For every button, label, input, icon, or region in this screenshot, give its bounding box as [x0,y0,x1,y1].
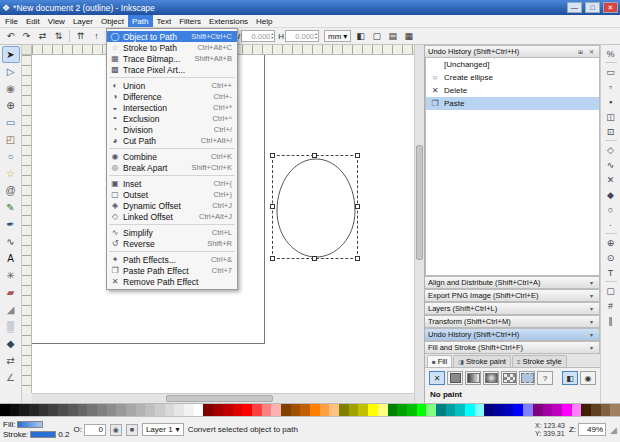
snap-path-intersections-icon[interactable]: ✕ [603,172,619,187]
palette-swatch[interactable] [39,404,49,416]
fill-stroke-panel-header[interactable]: Fill and Stroke (Shift+Ctrl+F) ▾ [425,341,600,354]
snap-text-baseline-icon[interactable]: T [603,265,619,280]
selection-bounding-box[interactable] [272,155,358,259]
palette-swatch[interactable] [349,404,359,416]
palette-swatch[interactable] [29,404,39,416]
palette-swatch[interactable] [397,404,407,416]
units-dropdown[interactable]: mm ▾ [324,30,351,42]
menubar-item[interactable]: Path [128,15,152,27]
affect-stroke-toggle[interactable]: ◧ [353,29,368,43]
palette-swatch[interactable] [572,404,582,416]
palette-swatch[interactable] [329,404,339,416]
bezier-pen-tool[interactable]: ✒ [2,216,20,233]
palette-swatch[interactable] [145,404,155,416]
path-menu-item[interactable]: ◯ Object to Path Shift+Ctrl+C [107,31,237,42]
palette-swatch[interactable] [378,404,388,416]
palette-swatch[interactable] [155,404,165,416]
ellipse-tool[interactable]: ○ [2,148,20,165]
snap-cusp-nodes-icon[interactable]: ◆ [603,187,619,202]
pencil-tool[interactable]: ✎ [2,199,20,216]
menubar-item[interactable]: Object [97,15,128,27]
undo-history-item[interactable]: ○ Create ellipse [426,71,599,84]
swatch-button[interactable] [519,371,535,385]
affect-gradients-toggle[interactable]: ▤ [385,29,400,43]
snap-guides-icon[interactable]: ∥ [603,313,619,328]
palette-swatch[interactable] [446,404,456,416]
path-menu-item[interactable]: ◇ Linked Offset Ctrl+Alt+J [107,211,237,222]
resize-grip-icon[interactable]: ◢ [610,425,617,435]
stroke-swatch[interactable] [30,431,56,438]
palette-swatch[interactable] [310,404,320,416]
menubar-item[interactable]: Edit [22,15,44,27]
palette-swatch[interactable] [291,404,301,416]
close-panel-icon[interactable]: ✕ [587,47,596,56]
tweak-tool[interactable]: ◉ [2,80,20,97]
field-input[interactable]: 0.000 ▴▾ [285,30,319,42]
path-menu-item[interactable]: ↺ Reverse Shift+R [107,238,237,249]
spinner-arrows-icon[interactable]: ▴▾ [315,32,318,40]
palette-swatch[interactable] [533,404,543,416]
zoom-tool[interactable]: ⊕ [2,97,20,114]
dock-panel-header[interactable]: Layers (Shift+Ctrl+L) ▾ [425,302,600,315]
path-menu-item[interactable]: ✕ Remove Path Effect [107,276,237,287]
layer-lock-icon[interactable]: ■ [126,424,138,436]
palette-swatch[interactable] [465,404,475,416]
palette-swatch[interactable] [0,404,10,416]
layer-dropdown[interactable]: Layer 1 ▾ [142,423,184,436]
dock-panel-header[interactable]: Undo History (Shift+Ctrl+H) ▾ [425,328,600,341]
palette-swatch[interactable] [223,404,233,416]
palette-swatch[interactable] [494,404,504,416]
palette-swatch[interactable] [475,404,485,416]
chevron-down-icon[interactable]: ▾ [587,304,596,313]
selection-handle[interactable] [355,204,360,209]
iconify-panel-icon[interactable]: ⊞ [576,47,585,56]
palette-swatch[interactable] [591,404,601,416]
snap-page-border-icon[interactable]: ▢ [603,283,619,298]
selection-handle[interactable] [312,256,317,261]
palette-swatch[interactable] [126,404,136,416]
palette-swatch[interactable] [358,404,368,416]
snap-grids-icon[interactable]: # [603,298,619,313]
palette-swatch[interactable] [174,404,184,416]
path-menu-item[interactable]: ◔ Division Ctrl+/ [107,124,237,135]
close-button[interactable]: ✕ [603,2,618,13]
fill-rule-nonzero-button[interactable]: ◉ [580,371,596,385]
palette-swatch[interactable] [581,404,591,416]
gradient-tool[interactable]: ▒ [2,318,20,335]
fill-rule-evenodd-button[interactable]: ◧ [562,371,578,385]
palette-swatch[interactable] [368,404,378,416]
dock-panel-header[interactable]: Export PNG Image (Shift+Ctrl+E) ▾ [425,289,600,302]
maximize-button[interactable]: □ [585,2,600,13]
zoom-input[interactable]: 49% [578,423,606,436]
no-paint-button[interactable]: ✕ [429,371,445,385]
snap-rotation-centers-icon[interactable]: ⊙ [603,250,619,265]
palette-swatch[interactable] [610,404,620,416]
palette-swatch[interactable] [455,404,465,416]
snap-bbox-icon[interactable]: ▭ [603,64,619,79]
vertical-ruler[interactable] [22,55,32,393]
palette-swatch[interactable] [320,404,330,416]
spiral-tool[interactable]: @ [2,182,20,199]
node-tool[interactable]: ▷ [2,63,20,80]
spinner-arrows-icon[interactable]: ▴▾ [271,32,274,40]
dock-panel-header[interactable]: Align and Distribute (Shift+Ctrl+A) ▾ [425,276,600,289]
undo-history-item[interactable]: ✕ Delete [426,84,599,97]
palette-swatch[interactable] [87,404,97,416]
selection-handle[interactable] [355,256,360,261]
palette-swatch[interactable] [233,404,243,416]
snap-nodes-icon[interactable]: ◇ [603,142,619,157]
undo-history-panel-header[interactable]: Undo History (Shift+Ctrl+H) ⊞ ✕ [425,45,600,58]
linear-gradient-button[interactable] [465,371,481,385]
palette-swatch[interactable] [165,404,175,416]
selection-handle[interactable] [270,153,275,158]
text-tool[interactable]: A [2,250,20,267]
path-menu-item[interactable]: ◎ Break Apart Shift+Ctrl+K [107,162,237,173]
selector-tool[interactable]: ➤ [2,46,20,63]
palette-swatch[interactable] [552,404,562,416]
affect-patterns-toggle[interactable]: ▦ [401,29,416,43]
3dbox-tool[interactable]: ◰ [2,131,20,148]
menubar-item[interactable]: Layer [69,15,97,27]
minimize-button[interactable]: — [567,2,582,13]
raise-icon[interactable]: ↑ [89,29,104,43]
palette-swatch[interactable] [262,404,272,416]
